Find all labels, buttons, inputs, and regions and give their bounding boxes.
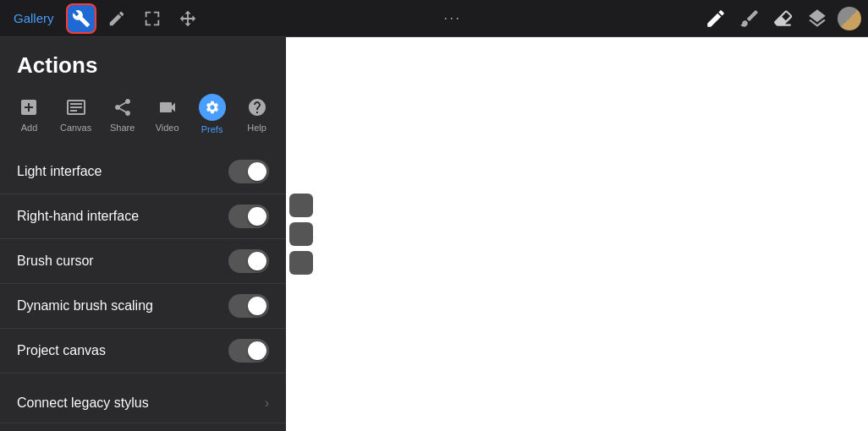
gallery-button[interactable]: Gallery <box>7 8 61 29</box>
tab-prefs-label: Prefs <box>201 124 223 134</box>
help-tab-icon <box>245 95 269 119</box>
toolbar-left: Gallery <box>7 3 203 34</box>
more-options[interactable]: ··· <box>443 9 461 27</box>
video-tab-icon <box>156 95 179 119</box>
toolbar-center: ··· <box>443 9 461 27</box>
project-canvas-label: Project canvas <box>17 343 106 358</box>
project-canvas-row: Project canvas <box>0 329 286 374</box>
light-interface-label: Light interface <box>17 164 102 179</box>
dynamic-brush-label: Dynamic brush scaling <box>17 298 153 314</box>
connect-legacy-row[interactable]: Connect legacy stylus › <box>0 384 286 423</box>
tab-help-label: Help <box>247 123 266 133</box>
light-interface-row: Light interface <box>0 150 286 194</box>
transform-icon <box>179 9 197 28</box>
dynamic-brush-row: Dynamic brush scaling <box>0 284 286 329</box>
stylus-tool-button[interactable] <box>102 3 132 34</box>
wrench-tool-button[interactable] <box>66 3 96 34</box>
connect-legacy-label: Connect legacy stylus <box>17 396 149 411</box>
transform-tool-button[interactable] <box>173 3 203 34</box>
pressure-smoothing-row[interactable]: Pressure and Smoothing › <box>0 423 286 431</box>
tab-share[interactable]: Share <box>102 90 143 138</box>
tab-help[interactable]: Help <box>236 90 277 138</box>
right-hand-row: Right-hand interface <box>0 194 286 239</box>
action-tabs: Add Canvas Share <box>0 89 286 150</box>
share-tab-icon <box>111 95 135 119</box>
tab-canvas[interactable]: Canvas <box>53 90 98 138</box>
toggle-knob <box>248 341 266 360</box>
light-interface-toggle[interactable] <box>228 160 269 183</box>
undo-button[interactable] <box>289 194 313 217</box>
tab-video[interactable]: Video <box>146 90 188 138</box>
add-tab-icon <box>17 95 41 119</box>
tab-prefs[interactable]: Prefs <box>191 89 233 139</box>
canvas-tab-icon <box>64 95 88 119</box>
selection-tool-button[interactable] <box>137 3 168 34</box>
wrench-icon <box>72 9 91 28</box>
canvas-area <box>286 37 868 431</box>
redo-button[interactable] <box>289 222 313 246</box>
tab-video-label: Video <box>156 123 179 133</box>
eraser-icon[interactable] <box>770 5 797 32</box>
toggle-knob <box>248 252 266 270</box>
brush-cursor-row: Brush cursor <box>0 239 286 284</box>
selection-icon <box>143 9 162 28</box>
toggle-knob <box>248 162 266 181</box>
pencil-icon[interactable] <box>702 5 729 32</box>
smudge-icon[interactable] <box>736 5 763 32</box>
right-hand-label: Right-hand interface <box>17 209 139 224</box>
right-hand-toggle[interactable] <box>228 205 269 228</box>
tab-add-label: Add <box>21 123 38 133</box>
top-toolbar: Gallery ··· <box>0 0 868 37</box>
canvas-tool-3[interactable] <box>289 251 313 275</box>
dynamic-brush-toggle[interactable] <box>228 294 269 318</box>
canvas-sidebar-tools <box>286 190 316 278</box>
toolbar-right <box>702 5 861 32</box>
tab-canvas-label: Canvas <box>60 123 91 133</box>
layers-icon[interactable] <box>804 5 831 32</box>
panel-title: Actions <box>0 37 286 89</box>
prefs-circle-icon <box>199 94 226 121</box>
brush-cursor-label: Brush cursor <box>17 254 94 269</box>
color-swatch[interactable] <box>838 7 861 30</box>
toggle-knob <box>248 297 266 315</box>
brush-cursor-toggle[interactable] <box>228 249 269 273</box>
toggle-settings-section: Light interface Right-hand interface Bru… <box>0 150 286 380</box>
tab-share-label: Share <box>110 123 135 133</box>
main-area: Actions Add Canvas <box>0 37 868 431</box>
actions-panel: Actions Add Canvas <box>0 37 286 431</box>
toggle-knob <box>248 207 266 226</box>
connect-legacy-chevron: › <box>265 396 269 411</box>
drawing-canvas[interactable] <box>286 37 868 431</box>
project-canvas-toggle[interactable] <box>228 339 269 363</box>
link-settings-section: Connect legacy stylus › Pressure and Smo… <box>0 384 286 431</box>
stylus-icon <box>107 9 126 28</box>
tab-add[interactable]: Add <box>8 90 50 138</box>
